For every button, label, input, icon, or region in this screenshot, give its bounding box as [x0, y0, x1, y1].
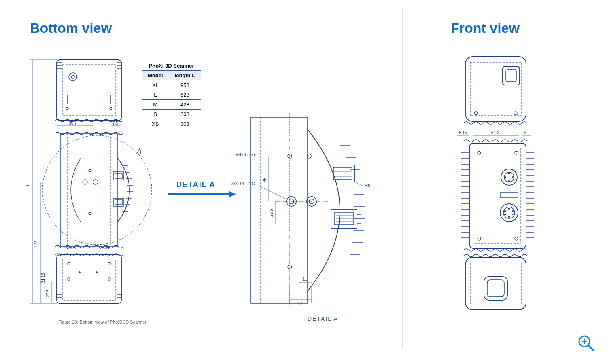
svg-rect-6: [57, 60, 121, 121]
spec-table-header-model: Model: [142, 71, 169, 80]
svg-point-40: [83, 180, 87, 184]
svg-point-168: [478, 237, 481, 240]
front-view-title: Front view: [451, 20, 520, 36]
svg-rect-117: [469, 143, 526, 248]
svg-rect-37: [115, 174, 122, 178]
svg-rect-170: [465, 257, 526, 310]
svg-point-151: [501, 169, 517, 185]
svg-rect-110: [503, 66, 520, 85]
svg-point-113: [514, 112, 517, 115]
svg-line-100: [259, 186, 288, 200]
svg-point-112: [474, 112, 478, 115]
table-row: XL953: [142, 80, 201, 90]
figure-caption: Figure 28: Bottom view of PhoXi 3D Scann…: [58, 320, 146, 324]
svg-point-167: [515, 151, 518, 154]
svg-point-158: [500, 204, 518, 222]
dim-357: 35.7: [69, 121, 77, 125]
svg-rect-15: [62, 65, 116, 116]
svg-point-156: [505, 177, 506, 178]
svg-point-161: [513, 211, 514, 212]
table-row: L628: [142, 90, 201, 100]
zoom-icon: [577, 334, 595, 352]
svg-rect-79: [333, 167, 352, 180]
table-row: S308: [142, 110, 201, 119]
svg-rect-84: [331, 210, 357, 228]
svg-rect-39: [115, 200, 122, 205]
svg-point-159: [503, 207, 515, 218]
dim-31: 31.13: [41, 273, 45, 283]
svg-point-154: [513, 177, 514, 178]
table-row: XS308: [142, 119, 201, 129]
svg-point-162: [513, 214, 514, 215]
dim-45: 45: [263, 177, 267, 182]
svg-point-155: [509, 181, 510, 182]
svg-point-164: [505, 214, 506, 215]
svg-point-51: [68, 278, 70, 280]
label-m8: M8: [364, 183, 370, 188]
spec-table: PhoXi 3D Scanner Model length L XL953 L6…: [142, 61, 201, 129]
callout-A: A: [136, 147, 142, 155]
dim-5205: 52.05: [66, 245, 76, 250]
detail-A-label: DETAIL A: [176, 180, 216, 189]
svg-point-50: [108, 262, 110, 265]
spec-table-title: PhoXi 3D Scanner: [142, 61, 201, 71]
svg-rect-173: [487, 280, 504, 297]
svg-point-17: [71, 75, 74, 78]
svg-rect-85: [334, 213, 354, 225]
svg-rect-111: [506, 70, 516, 82]
dim-5: 5: [524, 131, 527, 135]
svg-rect-48: [62, 258, 116, 300]
detail-A-drawing: M4x6 (4x) 3/8-16 UNC M8 45 22.5 22 11: [243, 113, 388, 315]
label-unc: 3/8-16 UNC: [231, 181, 255, 186]
dim-22: 22: [297, 301, 302, 306]
svg-point-160: [509, 208, 510, 210]
table-row: M428: [142, 100, 201, 110]
dim-512: 51.2: [491, 131, 499, 135]
label-m4x6: M4x6 (4x): [235, 152, 255, 157]
svg-point-18: [66, 107, 68, 110]
svg-point-19: [110, 107, 112, 110]
svg-point-53: [79, 271, 81, 273]
svg-point-163: [509, 216, 510, 218]
svg-point-169: [515, 237, 518, 240]
bottom-view-column: Bottom view PhoXi 3D Scanner Model lengt…: [0, 0, 401, 364]
zoom-in-button[interactable]: [577, 334, 595, 352]
column-divider: [402, 8, 403, 348]
svg-point-165: [505, 211, 506, 212]
dim-815: 8.15: [459, 131, 467, 135]
svg-rect-118: [475, 148, 520, 243]
bottom-view-title: Bottom view: [30, 20, 112, 36]
svg-rect-157: [500, 193, 518, 197]
svg-rect-47: [57, 255, 121, 303]
front-view-drawing: 8.15 51.2 5: [453, 57, 542, 315]
svg-point-52: [108, 278, 110, 280]
page: Bottom view PhoXi 3D Scanner Model lengt…: [0, 0, 607, 364]
svg-point-44: [42, 135, 152, 245]
dim-225: 22.5: [269, 209, 274, 217]
dim-L2: L/2: [34, 241, 38, 247]
arrow-icon: [168, 190, 237, 198]
svg-point-153: [509, 173, 510, 174]
svg-line-177: [588, 345, 593, 350]
svg-point-16: [69, 73, 77, 81]
svg-rect-171: [470, 262, 521, 305]
bottom-view-drawing: L L/2 31.13 27.5: [28, 57, 138, 315]
detail-A-caption: DETAIL A: [308, 315, 338, 322]
dim-3355: 33.55: [100, 245, 110, 250]
svg-point-54: [96, 271, 98, 273]
dim-11: 11: [303, 277, 308, 281]
dim-L: L: [25, 184, 30, 186]
svg-point-41: [93, 180, 98, 184]
svg-point-49: [68, 262, 70, 265]
front-view-column: Front view 8.15 51.2 5: [405, 0, 607, 364]
dim-75: 7.5: [112, 121, 118, 125]
svg-point-166: [478, 151, 481, 154]
spec-table-header-length: length L: [169, 71, 201, 80]
svg-rect-109: [470, 62, 521, 116]
svg-marker-62: [229, 191, 236, 197]
dim-275: 27.5: [46, 289, 50, 297]
svg-rect-63: [251, 117, 308, 303]
